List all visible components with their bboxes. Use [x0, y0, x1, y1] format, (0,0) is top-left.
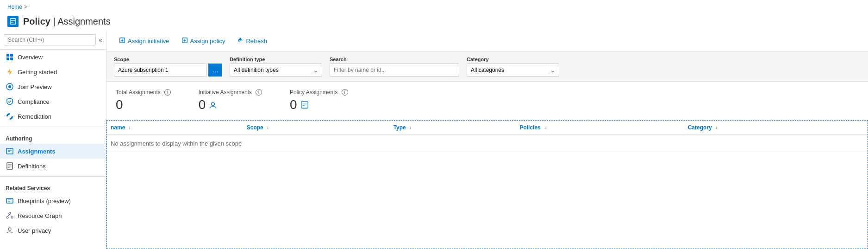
filter-bar: Scope … Definition type All definition t… — [106, 52, 868, 82]
sidebar-item-overview-label: Overview — [18, 54, 43, 61]
scope-picker-button[interactable]: … — [208, 64, 222, 77]
refresh-label: Refresh — [246, 38, 267, 45]
sidebar-item-remediation[interactable]: Remediation — [0, 109, 106, 124]
column-name[interactable]: name ↕ — [107, 121, 243, 135]
svg-point-25 — [8, 228, 11, 230]
scope-filter-group: Scope … — [114, 57, 222, 77]
category-select[interactable]: All categories — [467, 64, 559, 77]
category-sort-icon[interactable]: ↕ — [715, 126, 718, 130]
scope-input[interactable] — [114, 64, 206, 77]
svg-rect-17 — [6, 198, 13, 203]
svg-rect-5 — [6, 57, 9, 60]
svg-rect-33 — [301, 102, 307, 108]
compliance-icon — [6, 97, 14, 106]
total-assignments-stat: Total Assignments i 0 — [116, 89, 171, 112]
category-filter-group: Category All categories — [467, 57, 559, 77]
svg-rect-10 — [6, 148, 13, 154]
search-input[interactable] — [4, 34, 96, 45]
svg-point-21 — [6, 217, 8, 218]
name-sort-icon[interactable]: ↕ — [129, 126, 131, 130]
policy-assignments-info-icon[interactable]: i — [342, 89, 348, 96]
category-label: Category — [467, 57, 559, 62]
sidebar-item-remediation-label: Remediation — [18, 113, 51, 120]
flash-icon — [6, 68, 14, 76]
svg-rect-6 — [10, 57, 13, 60]
assign-initiative-label: Assign initiative — [128, 38, 169, 45]
initiative-stat-icon — [208, 100, 218, 109]
svg-line-24 — [10, 214, 12, 217]
svg-point-32 — [212, 102, 215, 106]
assignments-table: name ↕ Scope ↕ Type ↕ Policies — [107, 121, 868, 152]
sidebar-item-join-preview[interactable]: Join Preview — [0, 79, 106, 94]
policy-assignments-stat: Policy Assignments i 0 — [290, 89, 348, 112]
category-select-wrapper: All categories — [467, 64, 559, 77]
scope-input-group: … — [114, 64, 222, 77]
initiative-assignments-label: Initiative Assignments i — [199, 89, 262, 96]
authoring-section-label: Authoring — [0, 130, 106, 144]
sidebar-item-resource-graph[interactable]: Resource Graph — [0, 208, 106, 223]
table-header-row: name ↕ Scope ↕ Type ↕ Policies — [107, 121, 868, 135]
column-category[interactable]: Category ↕ — [684, 121, 868, 135]
breadcrumb: Home > — [0, 0, 868, 14]
stats-bar: Total Assignments i 0 Initiative Assignm… — [106, 82, 868, 120]
svg-line-23 — [7, 214, 10, 217]
sidebar-item-user-privacy[interactable]: User privacy — [0, 223, 106, 238]
sidebar-item-resource-graph-label: Resource Graph — [18, 212, 62, 219]
sidebar-item-definitions[interactable]: Definitions — [0, 159, 106, 173]
sidebar-item-blueprints[interactable]: Blueprints (preview) — [0, 193, 106, 208]
column-type[interactable]: Type ↕ — [390, 121, 516, 135]
sidebar-item-getting-started[interactable]: Getting started — [0, 64, 106, 79]
policy-stat-icon — [300, 100, 309, 109]
related-divider — [0, 176, 106, 177]
initiative-assignments-value: 0 — [199, 97, 262, 112]
total-assignments-label: Total Assignments i — [116, 89, 171, 96]
definition-type-select-wrapper: All definition types Initiative Policy — [230, 64, 322, 77]
blueprints-icon — [6, 197, 14, 205]
assign-policy-label: Assign policy — [190, 38, 225, 45]
no-data-row: No assignments to display within the giv… — [107, 135, 868, 152]
svg-rect-4 — [10, 54, 13, 57]
sidebar-item-assignments[interactable]: Assignments — [0, 144, 106, 159]
related-section-label: Related Services — [0, 179, 106, 193]
assign-initiative-button[interactable]: Assign initiative — [114, 34, 175, 48]
definition-type-select[interactable]: All definition types Initiative Policy — [230, 64, 322, 77]
sidebar-item-compliance[interactable]: Compliance — [0, 94, 106, 109]
content-area: Assign initiative Assign policy Refresh … — [106, 31, 868, 249]
collapse-button[interactable]: « — [99, 36, 102, 44]
search-filter-label: Search — [330, 57, 459, 62]
refresh-button[interactable]: Refresh — [232, 34, 272, 48]
search-filter-group: Search — [330, 57, 459, 77]
graph-icon — [6, 211, 14, 220]
sidebar-item-assignments-label: Assignments — [18, 148, 56, 155]
assign-initiative-icon — [119, 37, 125, 45]
column-scope[interactable]: Scope ↕ — [243, 121, 390, 135]
initiative-assignments-stat: Initiative Assignments i 0 — [199, 89, 262, 112]
sidebar-item-overview[interactable]: Overview — [0, 50, 106, 64]
svg-point-22 — [11, 217, 13, 218]
total-assignments-value: 0 — [116, 97, 171, 112]
column-policies[interactable]: Policies ↕ — [516, 121, 684, 135]
search-box: « — [0, 31, 106, 50]
policies-sort-icon[interactable]: ↕ — [544, 126, 546, 130]
svg-rect-0 — [10, 19, 16, 24]
total-assignments-info-icon[interactable]: i — [164, 89, 171, 96]
breadcrumb-home[interactable]: Home — [7, 4, 22, 10]
assignments-icon — [6, 147, 14, 155]
type-sort-icon[interactable]: ↕ — [409, 126, 412, 130]
definitions-icon — [6, 162, 14, 170]
sidebar-item-user-privacy-label: User privacy — [18, 227, 51, 234]
definition-type-label: Definition type — [230, 57, 322, 62]
policy-assignments-label: Policy Assignments i — [290, 89, 348, 96]
scope-sort-icon[interactable]: ↕ — [267, 126, 269, 130]
toolbar: Assign initiative Assign policy Refresh — [106, 31, 868, 52]
privacy-icon — [6, 226, 14, 235]
svg-rect-2 — [11, 22, 13, 23]
initiative-assignments-info-icon[interactable]: i — [256, 89, 262, 96]
breadcrumb-separator: > — [24, 4, 27, 10]
search-filter-input[interactable] — [330, 64, 459, 77]
policy-icon — [7, 16, 19, 27]
assign-policy-button[interactable]: Assign policy — [176, 34, 231, 48]
assign-policy-icon — [181, 37, 188, 45]
sidebar-item-definitions-label: Definitions — [18, 163, 46, 170]
page-title: Policy | Assignments — [23, 16, 111, 27]
